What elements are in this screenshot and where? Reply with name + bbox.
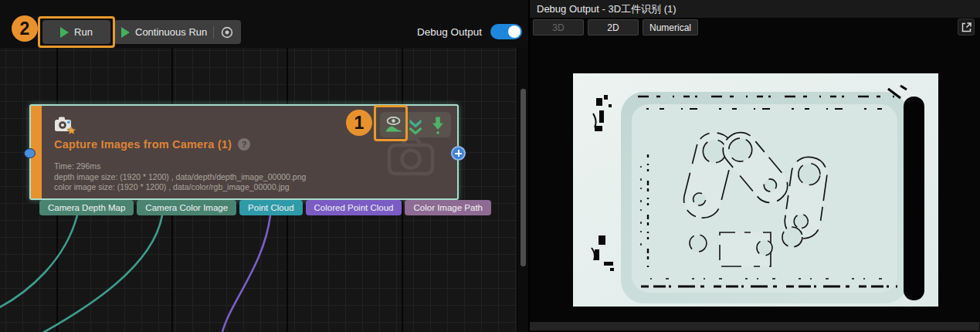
camera-watermark-icon xyxy=(386,135,436,177)
node-title-row: Capture Images from Camera (1) ? xyxy=(54,138,250,151)
toolbar: 2 Run Continuous Run xyxy=(0,0,528,48)
continuous-run-group: Continuous Run xyxy=(114,20,241,44)
download-arrow-icon xyxy=(431,115,445,135)
play-icon xyxy=(121,27,130,38)
download-output-button[interactable] xyxy=(427,113,449,137)
run-settings-button[interactable] xyxy=(220,25,234,39)
canvas-scrollbar-thumb[interactable] xyxy=(521,89,526,266)
graph-editor-panel: 2 Run Continuous Run xyxy=(0,0,528,332)
debug-view-tabs: 3D 2D Numerical xyxy=(533,19,698,36)
debug-panel-title: Debug Output - 3D工件识别 (1) xyxy=(530,0,980,18)
node-output-ports: Camera Depth Map Camera Color Image Poin… xyxy=(39,200,491,215)
debug-output-label: Debug Output xyxy=(417,26,482,38)
node-add-port[interactable] xyxy=(451,146,466,161)
collapse-node-button[interactable] xyxy=(405,113,426,137)
debug-panel-scrollbar[interactable] xyxy=(530,322,979,330)
annotation-badge-1: 1 xyxy=(346,110,372,136)
toggle-knob xyxy=(508,25,521,38)
node-color-line: color image size: (1920 * 1200) , data/c… xyxy=(54,182,306,193)
tab-2d[interactable]: 2D xyxy=(588,19,639,36)
node-input-port[interactable] xyxy=(24,148,36,158)
node-time-line: Time: 296ms xyxy=(54,161,306,172)
port-point-cloud[interactable]: Point Cloud xyxy=(239,200,302,215)
port-camera-depth-map[interactable]: Camera Depth Map xyxy=(39,200,134,215)
node-depth-line: depth image size: (1920 * 1200) , data/d… xyxy=(54,172,306,183)
divider xyxy=(213,26,214,39)
tab-3d[interactable]: 3D xyxy=(533,19,584,36)
double-chevron-down-icon xyxy=(407,115,424,135)
port-colored-point-cloud[interactable]: Colored Point Cloud xyxy=(306,200,402,215)
app-window: 2 Run Continuous Run xyxy=(0,0,980,332)
continuous-run-button[interactable]: Continuous Run xyxy=(121,26,207,38)
gear-icon xyxy=(220,25,234,39)
tab-numerical[interactable]: Numerical xyxy=(643,19,698,36)
node-result-summary: Time: 296ms depth image size: (1920 * 12… xyxy=(54,161,306,193)
open-in-new-window-button[interactable] xyxy=(958,19,975,36)
debug-output-toggle[interactable] xyxy=(490,24,522,39)
continuous-run-label: Continuous Run xyxy=(135,26,207,38)
port-color-image-path[interactable]: Color Image Path xyxy=(405,200,491,215)
external-link-icon xyxy=(961,22,972,33)
port-camera-color-image[interactable]: Camera Color Image xyxy=(137,200,236,215)
debug-output-panel: Debug Output - 3D工件识别 (1) 3D 2D Numerica… xyxy=(530,0,980,332)
depth-map-image[interactable] xyxy=(573,73,938,307)
canvas-scrollbar-track[interactable] xyxy=(517,48,528,332)
annotation-badge-2: 2 xyxy=(12,15,38,42)
help-icon[interactable]: ? xyxy=(238,138,250,151)
node-title: Capture Images from Camera (1) xyxy=(54,138,232,151)
debug-output-control: Debug Output xyxy=(417,24,522,39)
node-capture-images-from-camera[interactable]: Capture Images from Camera (1) ? Time: 2… xyxy=(29,104,459,200)
camera-star-icon xyxy=(54,114,77,136)
visualize-button-highlight xyxy=(374,105,408,141)
run-button-highlight xyxy=(38,16,115,48)
